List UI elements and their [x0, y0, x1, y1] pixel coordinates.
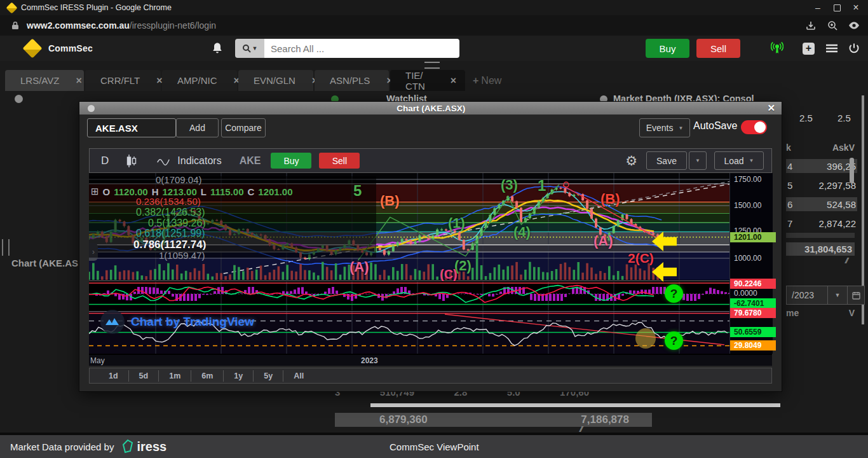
- url-domain[interactable]: www2.commsec.com.au: [27, 20, 130, 31]
- date-value[interactable]: /2023: [786, 286, 828, 305]
- depth-row[interactable]: 6524,58: [786, 197, 857, 211]
- horizontal-scrollbar[interactable]: [370, 403, 780, 407]
- tab-evn-gln[interactable]: EVN/GLN×: [238, 70, 313, 91]
- toggle-knob: [754, 121, 766, 133]
- search-icon: [242, 44, 251, 53]
- range-1d[interactable]: 1d: [98, 370, 128, 382]
- dock-grip[interactable]: [2, 239, 10, 256]
- high-value: 1213.00: [163, 186, 197, 197]
- chart-sell-button[interactable]: Sell: [319, 153, 360, 169]
- range-6m[interactable]: 6m: [191, 370, 223, 382]
- depth-row[interactable]: 52,297,58: [786, 178, 857, 192]
- wave-label: (A): [349, 259, 369, 275]
- chart-plot-area[interactable]: › 0(1709.04) ⊞ O1120.00 H1213.00 L1115.0…: [89, 173, 772, 366]
- col-askvol: AskV: [832, 142, 855, 153]
- close-value: 1201.00: [258, 186, 292, 197]
- chart-window-close-icon[interactable]: ✕: [767, 102, 775, 114]
- symbol-input[interactable]: AKE.ASX: [87, 118, 176, 137]
- minimize-button[interactable]: –: [808, 1, 827, 15]
- price-tick: 1500.00: [734, 201, 761, 210]
- range-toolbar: 1d 5d 1m 6m 1y 5y All: [89, 368, 772, 384]
- close-button[interactable]: ×: [846, 1, 865, 15]
- depth-row[interactable]: 4396,25: [786, 159, 857, 173]
- layout-drag-handle[interactable]: [424, 62, 440, 69]
- time-axis[interactable]: May 2023: [89, 355, 772, 366]
- price-scale[interactable]: 1750.00 1500.00 1250.00 1000.00 1201.00 …: [729, 173, 773, 354]
- browser-urlbar: www2.commsec.com.au/iressplugin-net6/log…: [0, 15, 868, 36]
- bell-icon[interactable]: [211, 42, 224, 55]
- indicators-button[interactable]: Indicators: [177, 155, 221, 167]
- indicator-help-button[interactable]: ?: [665, 331, 683, 350]
- chart-toolbar: D Indicators AKE Buy Sell ⚙ Save ▼ Load▼: [89, 148, 772, 173]
- totals-bar: 6,879,360 7,186,878: [335, 413, 652, 427]
- depth-row[interactable]: 72,874,22: [786, 216, 857, 230]
- wave-label: (C): [440, 267, 458, 282]
- candlestick-style-icon[interactable]: [125, 155, 138, 167]
- search-box: ▼: [235, 39, 459, 58]
- new-tab-button[interactable]: +New: [466, 70, 508, 91]
- plus-icon: +: [473, 75, 478, 87]
- range-1m[interactable]: 1m: [158, 370, 191, 382]
- power-icon[interactable]: [848, 42, 860, 55]
- range-all[interactable]: All: [283, 370, 314, 382]
- depth-scrollbar[interactable]: [850, 158, 854, 183]
- buy-button[interactable]: Buy: [646, 39, 689, 58]
- menu-icon[interactable]: [825, 42, 838, 55]
- restore-icon: [834, 4, 841, 11]
- time-column: me: [786, 308, 799, 318]
- url-path[interactable]: /iressplugin-net6/login: [130, 20, 216, 31]
- settings-gear-icon[interactable]: ⚙: [625, 153, 637, 169]
- tradingview-watermark[interactable]: Chart by TradingView: [100, 310, 254, 334]
- tab-crr-flt[interactable]: CRR/FLT×: [85, 70, 161, 91]
- wave-label: (3): [501, 177, 518, 193]
- search-scope-dropdown[interactable]: ▼: [235, 39, 264, 58]
- browser-titlebar: CommSec IRESS Plugin - Google Chrome – ×: [0, 0, 868, 15]
- chart-window-titlebar[interactable]: Chart (AKE.ASX) ✕: [79, 102, 782, 114]
- calendar-icon[interactable]: [848, 286, 865, 305]
- range-5d[interactable]: 5d: [128, 370, 159, 382]
- tab-close-icon[interactable]: ×: [451, 75, 456, 87]
- load-dropdown[interactable]: Load▼: [714, 151, 764, 170]
- status-beacon-icon[interactable]: [771, 42, 783, 55]
- range-1y[interactable]: 1y: [223, 370, 253, 382]
- compare-button[interactable]: Compare: [221, 118, 266, 137]
- price-tick: 1000.00: [734, 254, 761, 263]
- wave-label: 2(C): [628, 251, 654, 266]
- indicator-help-button[interactable]: ?: [665, 284, 683, 303]
- tab-tie-ctn[interactable]: TIE/ CTN×: [390, 70, 465, 91]
- brand-name: CommSec: [48, 43, 93, 53]
- docked-chart-label[interactable]: Chart (AKE.AS: [11, 258, 79, 268]
- pane-separator[interactable]: [89, 281, 729, 281]
- grid-icon[interactable]: ⊞: [91, 186, 99, 197]
- search-input[interactable]: [264, 39, 459, 58]
- date-dropdown-caret[interactable]: ▼: [828, 286, 848, 305]
- tab-asn-pls[interactable]: ASN/PLS×: [315, 70, 389, 91]
- save-dropdown-caret[interactable]: ▼: [689, 151, 707, 170]
- download-icon[interactable]: [804, 19, 817, 32]
- iress-logo-icon: [121, 440, 134, 453]
- events-dropdown[interactable]: Events▼: [639, 118, 690, 137]
- zoom-icon[interactable]: [826, 19, 839, 32]
- chevron-down-icon: ▼: [252, 45, 258, 52]
- chart-buy-button[interactable]: Buy: [271, 153, 311, 169]
- add-window-icon[interactable]: +: [803, 43, 815, 55]
- tab-lrs-avz[interactable]: LRS/AVZ×: [5, 70, 84, 91]
- range-5y[interactable]: 5y: [253, 370, 283, 382]
- gold-logo-overlay: [635, 328, 656, 349]
- depth-total: 31,804,653: [786, 242, 855, 256]
- time-tick: May: [90, 356, 105, 365]
- resize-handle[interactable]: //: [845, 256, 847, 265]
- chevron-down-icon: ▼: [678, 125, 683, 131]
- restore-button[interactable]: [827, 1, 846, 15]
- tab-close-icon[interactable]: ×: [76, 75, 81, 87]
- add-button[interactable]: Add: [176, 118, 219, 137]
- save-button[interactable]: Save: [646, 151, 687, 170]
- sell-button[interactable]: Sell: [696, 39, 740, 58]
- depth-top-left: 2.5: [799, 113, 813, 123]
- tab-amp-nic[interactable]: AMP/NIC×: [162, 70, 237, 91]
- eye-icon[interactable]: [848, 19, 860, 32]
- interval-button[interactable]: D: [101, 155, 109, 167]
- line-tool-icon[interactable]: [157, 155, 170, 167]
- screen: CommSec IRESS Plugin - Google Chrome – ×…: [0, 0, 868, 458]
- autosave-toggle[interactable]: [741, 120, 767, 134]
